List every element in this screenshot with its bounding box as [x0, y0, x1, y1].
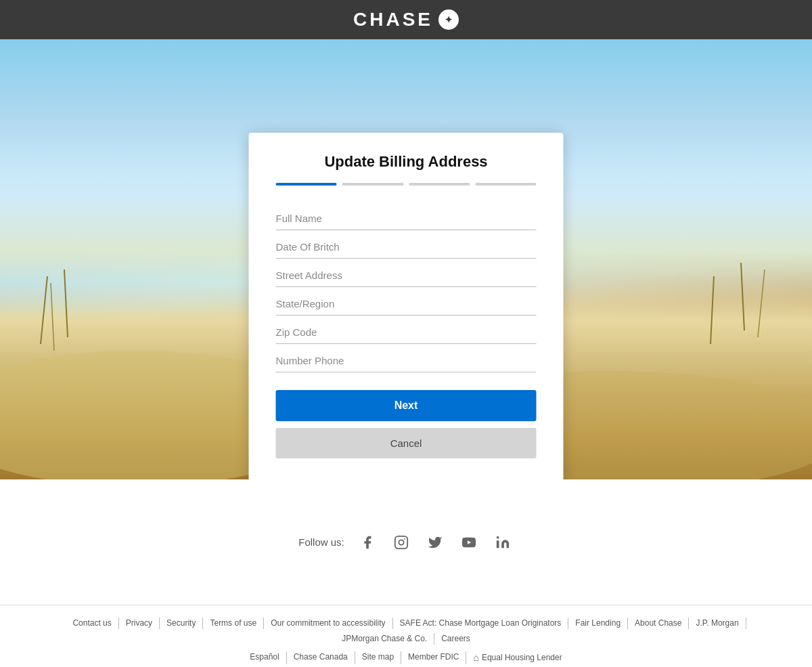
number-phone-group [276, 347, 537, 372]
follow-label: Follow us: [298, 536, 344, 548]
progress-step-4 [475, 183, 536, 186]
date-of-birth-input[interactable] [276, 233, 537, 259]
svg-point-9 [399, 540, 403, 544]
footer-about-chase[interactable]: About Chase [628, 618, 689, 629]
svg-line-6 [758, 270, 765, 337]
svg-point-13 [497, 536, 499, 538]
cancel-button[interactable]: Cancel [276, 428, 537, 458]
date-of-birth-group [276, 233, 537, 259]
footer-jpmorgan-chase[interactable]: JPMorgan Chase & Co. [335, 633, 434, 645]
svg-rect-12 [497, 540, 499, 548]
hero-background: Update Billing Address Next Cancel [0, 39, 812, 479]
footer-security[interactable]: Security [160, 618, 203, 629]
state-region-input[interactable] [276, 290, 537, 316]
equal-housing-container: ⌂ Equal Housing Lender [473, 651, 562, 665]
progress-step-2 [342, 183, 403, 186]
progress-bar [276, 183, 537, 186]
instagram-icon[interactable] [390, 532, 412, 553]
svg-line-5 [741, 263, 744, 330]
footer-jp-morgan[interactable]: J.P. Morgan [689, 618, 746, 629]
number-phone-input[interactable] [276, 347, 537, 372]
footer-privacy[interactable]: Privacy [119, 618, 160, 629]
social-section: Follow us: [298, 532, 514, 553]
footer-contact-us[interactable]: Contact us [66, 618, 118, 629]
svg-line-7 [710, 276, 714, 344]
next-button[interactable]: Next [276, 390, 537, 421]
svg-point-10 [404, 538, 405, 540]
svg-line-4 [64, 270, 68, 337]
footer-chase-canada[interactable]: Chase Canada [287, 651, 355, 665]
footer-member-fdic[interactable]: Member FDIC [401, 651, 466, 665]
facebook-icon[interactable] [357, 532, 378, 553]
below-hero: Follow us: [0, 479, 812, 605]
footer-terms-of-use[interactable]: Terms of use [203, 618, 264, 629]
logo-text: CHASE [353, 9, 433, 30]
footer-fair-lending[interactable]: Fair Lending [568, 618, 628, 629]
modal-title: Update Billing Address [276, 153, 537, 171]
street-address-input[interactable] [276, 261, 537, 287]
footer-safe-act[interactable]: SAFE Act: Chase Mortgage Loan Originator… [393, 618, 569, 629]
svg-line-2 [41, 276, 47, 344]
footer-links-row1: Contact us Privacy Security Terms of use… [41, 618, 771, 645]
equal-housing-icon: ⌂ [473, 651, 478, 665]
street-address-group [276, 261, 537, 287]
linkedin-icon[interactable] [492, 532, 514, 553]
footer-links-row2: Español Chase Canada Site map Member FDI… [41, 651, 771, 665]
footer-accessibility[interactable]: Our commitment to accessibility [264, 618, 392, 629]
youtube-icon[interactable] [458, 532, 480, 553]
billing-address-modal: Update Billing Address Next Cancel [249, 133, 564, 479]
chase-logo-icon: ✦ [438, 9, 459, 30]
progress-step-1 [276, 183, 337, 186]
zip-code-input[interactable] [276, 318, 537, 344]
footer-equal-housing[interactable]: ⌂ Equal Housing Lender [466, 651, 568, 665]
twitter-icon[interactable] [424, 532, 446, 553]
svg-line-3 [51, 283, 54, 351]
zip-code-group [276, 318, 537, 344]
footer: Contact us Privacy Security Terms of use… [0, 605, 812, 667]
footer-careers[interactable]: Careers [434, 633, 477, 645]
footer-espanol[interactable]: Español [243, 651, 286, 665]
state-region-group [276, 290, 537, 316]
full-name-group [276, 205, 537, 230]
progress-step-3 [409, 183, 470, 186]
full-name-input[interactable] [276, 205, 537, 230]
svg-rect-8 [395, 536, 407, 548]
footer-site-map[interactable]: Site map [355, 651, 401, 665]
header: CHASE ✦ [0, 0, 812, 39]
